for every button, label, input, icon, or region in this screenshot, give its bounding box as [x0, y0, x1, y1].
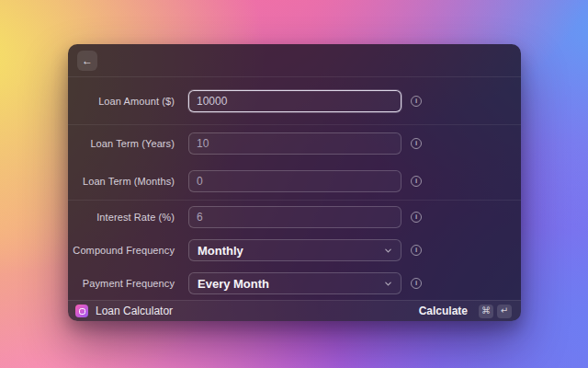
interest-rate-label: Interest Rate (%) [68, 212, 175, 223]
info-icon[interactable]: i [411, 278, 422, 289]
info-glyph: i [415, 247, 417, 254]
loan-term-months-input[interactable] [188, 170, 401, 192]
info-icon[interactable]: i [411, 176, 422, 187]
payment-frequency-select[interactable]: Every Month [188, 272, 401, 294]
form-row-payment-frequency: Payment Frequency Every Month i [68, 267, 521, 300]
enter-key-icon: ↵ [497, 305, 512, 318]
form-row-compound-frequency: Compound Frequency Monthly i [68, 234, 521, 267]
desktop-background: ← Loan Amount ($) i Loan Term (Years) i … [0, 0, 588, 368]
cmd-key-icon: ⌘ [479, 305, 493, 318]
window-footer: Loan Calculator Calculate ⌘ ↵ [68, 300, 521, 321]
loan-amount-input[interactable] [188, 90, 401, 112]
info-icon[interactable]: i [411, 96, 422, 107]
form-row-term-years: Loan Term (Years) i [68, 125, 521, 163]
loan-calculator-window: ← Loan Amount ($) i Loan Term (Years) i … [68, 44, 521, 321]
loan-term-years-input[interactable] [188, 132, 401, 155]
select-value: Every Month [198, 277, 269, 291]
calculate-button[interactable]: Calculate [419, 305, 468, 317]
form-row-interest-rate: Interest Rate (%) i [68, 201, 521, 234]
window-header: ← [68, 44, 521, 77]
chevron-down-icon [384, 280, 392, 288]
info-glyph: i [415, 213, 417, 221]
form-row-term-months: Loan Term (Months) i [68, 163, 521, 201]
select-value: Monthly [198, 244, 243, 258]
app-name-label: Loan Calculator [96, 305, 173, 317]
loan-term-years-label: Loan Term (Years) [68, 138, 175, 149]
form-section-amount: Loan Amount ($) i [68, 77, 521, 125]
payment-frequency-label: Payment Frequency [68, 278, 175, 289]
compound-frequency-label: Compound Frequency [68, 245, 175, 256]
back-button[interactable]: ← [77, 51, 97, 71]
info-icon[interactable]: i [411, 138, 422, 149]
loan-calculator-app-icon [75, 305, 88, 317]
app-icon-glyph [79, 308, 85, 315]
info-icon[interactable]: i [411, 212, 422, 223]
info-icon[interactable]: i [411, 245, 422, 256]
info-glyph: i [415, 98, 417, 105]
back-arrow-icon: ← [82, 55, 93, 66]
loan-term-months-label: Loan Term (Months) [68, 176, 175, 187]
compound-frequency-select[interactable]: Monthly [188, 239, 401, 261]
info-glyph: i [415, 280, 417, 287]
info-glyph: i [415, 140, 417, 147]
form-row-loan-amount: Loan Amount ($) i [68, 77, 521, 124]
interest-rate-input[interactable] [188, 206, 401, 228]
footer-app-identity: Loan Calculator [75, 305, 173, 317]
footer-actions: Calculate ⌘ ↵ [419, 305, 512, 318]
chevron-down-icon [384, 247, 392, 255]
form-section-rate-frequency: Interest Rate (%) i Compound Frequency M… [68, 201, 521, 300]
loan-amount-label: Loan Amount ($) [68, 96, 175, 107]
info-glyph: i [415, 178, 417, 185]
form-section-term: Loan Term (Years) i Loan Term (Months) i [68, 125, 521, 201]
